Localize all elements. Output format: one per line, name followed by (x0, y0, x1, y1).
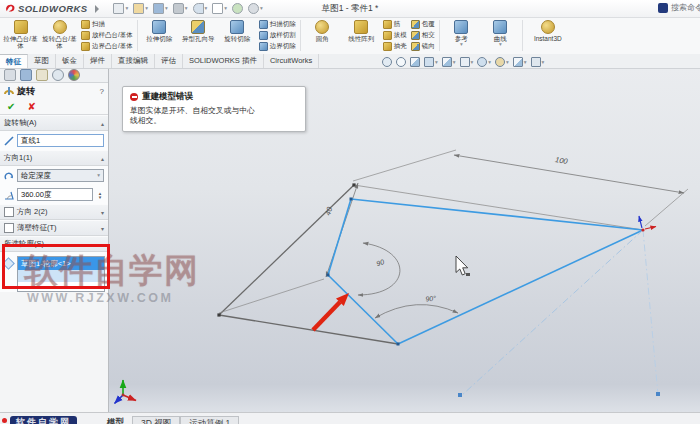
sketch-endpoints[interactable] (217, 183, 399, 345)
ok-button[interactable]: ✔ (7, 102, 15, 112)
previous-view-button[interactable] (410, 57, 420, 67)
angle-row: 360.00度 ▴ ▾ (0, 185, 108, 204)
dimension-angle-left[interactable]: 90 (358, 243, 400, 295)
outer-profile-lines[interactable] (219, 185, 643, 344)
undo-button[interactable]: ▾ (193, 3, 208, 14)
boundary-cut-button[interactable]: 边界切除 (259, 42, 296, 51)
save-button[interactable]: ▾ (153, 3, 168, 14)
tab-weldments[interactable]: 焊件 (84, 54, 112, 68)
angle-spinner[interactable]: ▴ ▾ (96, 191, 104, 199)
revolve-boss-button[interactable]: 旋转凸台/基体 (40, 18, 79, 53)
direction2-section-header[interactable]: 方向 2(2) ▾ (0, 204, 108, 220)
featuremanager-tab-icon[interactable] (4, 69, 16, 81)
error-text-line1: 草图实体是开环、自相交叉或与中心 (130, 106, 298, 116)
menu-flyout-icon[interactable] (95, 5, 99, 13)
thin-feature-checkbox[interactable] (4, 223, 14, 233)
command-search[interactable]: 搜索命令 (658, 2, 700, 13)
heads-up-toolbar: ▾ ▾ ▾ ▾ ▾ ▾ ▾ (382, 56, 544, 68)
loft-button[interactable]: 放样凸台/基体 (81, 31, 133, 40)
select-button[interactable]: ▾ (212, 3, 227, 14)
instant3d-button[interactable]: Instant3D (525, 18, 571, 53)
edit-appearance-button[interactable]: ▾ (495, 57, 509, 67)
extruded-cut-button[interactable]: 拉伸切除 (140, 18, 179, 53)
extrude-boss-button[interactable]: 拉伸凸台/基体 (1, 18, 40, 53)
fillet-button[interactable]: 圆角 (303, 18, 342, 53)
wrap-button[interactable]: 包覆 (411, 20, 435, 29)
zoom-fit-button[interactable] (382, 57, 392, 67)
tab-evaluate[interactable]: 评估 (155, 54, 183, 68)
options-button[interactable]: ▾ (248, 3, 263, 14)
tab-model[interactable]: 模型 (99, 416, 132, 424)
open-button[interactable]: ▾ (133, 3, 148, 14)
tab-sheet-metal[interactable]: 钣金 (56, 54, 84, 68)
selected-profile-blue[interactable] (328, 199, 643, 344)
apply-scene-button[interactable]: ▾ (513, 57, 527, 67)
direction1-section-header[interactable]: 方向1(1) ▴ (0, 150, 108, 166)
view-orientation-button[interactable]: ▾ (442, 57, 456, 67)
centerline-endpoint[interactable] (458, 393, 462, 397)
configurationmanager-tab-icon[interactable] (36, 69, 48, 81)
tab-3d-views[interactable]: 3D 视图 (132, 416, 180, 424)
end-condition-dropdown[interactable]: 给定深度▾ (17, 169, 104, 182)
dimension-angle-bottom[interactable]: 90° (375, 294, 458, 318)
propertymanager-tab-icon[interactable] (20, 69, 32, 81)
quick-access-toolbar: ▾ ▾ ▾ ▾ ▾ ▾ ▾ (113, 3, 262, 14)
dimension-top-length[interactable]: 100 (353, 150, 688, 226)
ribbon-separator (522, 20, 523, 51)
dimxpertmanager-tab-icon[interactable] (52, 69, 64, 81)
tab-circuitworks[interactable]: CircuitWorks (264, 54, 319, 68)
zoom-area-button[interactable] (396, 57, 406, 67)
thin-feature-section-header[interactable]: 薄壁特征(T) ▾ (0, 220, 108, 236)
contour-selection-list[interactable]: 草图1-轮廓<1> (17, 256, 105, 292)
ribbon-group-instant3d: Instant3D (524, 17, 572, 54)
swept-cut-button[interactable]: 扫描切除 (259, 20, 296, 29)
mirror-button[interactable]: 镜向 (411, 42, 435, 51)
sweep-button[interactable]: 扫描 (81, 20, 133, 29)
axis-section-header[interactable]: 旋转轴(A) ▴ (0, 115, 108, 131)
axis-selection-field[interactable]: 直线1 (17, 134, 104, 147)
section-view-button[interactable]: ▾ (424, 57, 438, 67)
cut-small-buttons: 扫描切除 放样切割 边界切除 (257, 18, 298, 53)
intersect-button[interactable]: 相交 (411, 31, 435, 40)
boundary-boss-button[interactable]: 边界凸台/基体 (81, 42, 133, 51)
dim-label-top[interactable]: 100 (554, 155, 569, 166)
property-manager-header: 旋转 ? (0, 83, 108, 99)
draft-button[interactable]: 拔模 (383, 31, 407, 40)
selection-list-empty-row[interactable] (18, 270, 104, 282)
displaymanager-tab-icon[interactable] (68, 69, 80, 81)
hide-show-items-button[interactable]: ▾ (477, 57, 491, 67)
dim-label-left[interactable]: 40 (323, 205, 334, 217)
shell-button[interactable]: 抽壳 (383, 42, 407, 51)
tab-direct-editing[interactable]: 直接编辑 (112, 54, 155, 68)
linear-pattern-button[interactable]: 线性阵列 (342, 18, 381, 53)
curves-button[interactable]: 曲线▾ (481, 18, 520, 53)
dim-label-angle-left[interactable]: 90 (375, 258, 385, 267)
new-button[interactable]: ▾ (113, 3, 128, 14)
swept-cut-icon (259, 20, 268, 29)
selected-contour-item[interactable]: 草图1-轮廓<1> (18, 257, 104, 270)
lofted-cut-button[interactable]: 放样切割 (259, 31, 296, 40)
tab-motion-study[interactable]: 运动算例 1 (180, 416, 239, 424)
direction2-checkbox[interactable] (4, 207, 14, 217)
rebuild-button[interactable] (232, 3, 243, 14)
display-style-button[interactable]: ▾ (460, 57, 474, 67)
selected-contours-section-header[interactable]: 所选轮廓(S) ▴ (0, 236, 108, 252)
dim-label-angle-bottom[interactable]: 90° (425, 294, 436, 302)
tab-sw-addins[interactable]: SOLIDWORKS 插件 (183, 54, 264, 68)
revolved-cut-button[interactable]: 旋转切除 (218, 18, 257, 53)
centerline-endpoint[interactable] (656, 392, 660, 396)
centerline-dashdot[interactable] (458, 230, 660, 397)
curves-icon (493, 20, 507, 34)
rib-button[interactable]: 筋 (383, 20, 407, 29)
tab-sketch[interactable]: 草图 (28, 54, 56, 68)
hole-wizard-button[interactable]: 异型孔向导 (179, 18, 218, 53)
cancel-button[interactable]: ✘ (27, 102, 35, 112)
angle-input[interactable]: 360.00度 (17, 188, 93, 201)
reference-geometry-button[interactable]: 参考▾ (442, 18, 481, 53)
view-settings-button[interactable]: ▾ (531, 57, 545, 67)
display-style-icon (460, 57, 470, 67)
graphics-viewport[interactable]: 重建模型错误 草图实体是开环、自相交叉或与中心 线相交。 (109, 68, 700, 412)
tab-features[interactable]: 特征 (0, 54, 28, 68)
help-icon[interactable]: ? (100, 87, 104, 96)
print-button[interactable]: ▾ (173, 3, 188, 14)
